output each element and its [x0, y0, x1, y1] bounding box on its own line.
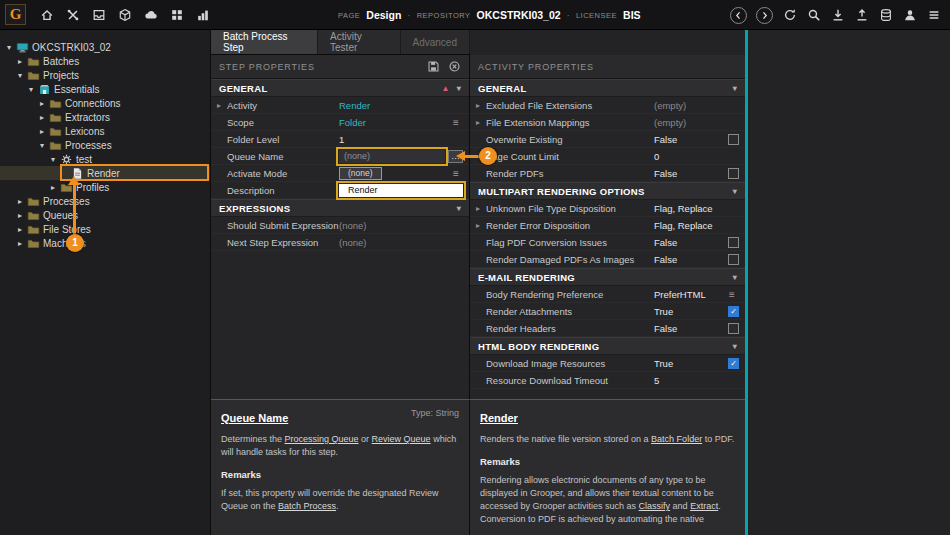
tree-item-profiles[interactable]: ▸Profiles	[0, 180, 210, 194]
tab-activity-tester[interactable]: Activity Tester	[318, 30, 400, 54]
tree-item-connections[interactable]: ▸Connections	[0, 96, 210, 110]
property-row-unknown-file-type-disposition[interactable]: ▸Unknown File Type DispositionFlag, Repl…	[470, 200, 745, 217]
cloud-icon[interactable]	[143, 7, 158, 22]
section-multipart-rendering-options[interactable]: MULTIPART RENDERING OPTIONS▾	[470, 182, 745, 200]
dropdown-menu-icon[interactable]: ≡	[725, 289, 739, 300]
expander-icon[interactable]: ▸	[37, 113, 47, 122]
save-icon[interactable]	[426, 60, 440, 74]
property-row-next-step-expression[interactable]: Next Step Expression(none)	[211, 234, 469, 251]
section-html-body-rendering[interactable]: HTML BODY RENDERING▾	[470, 337, 745, 355]
collapse-chevron-icon[interactable]: ▾	[457, 204, 461, 213]
tree-item-machines[interactable]: ▸Machines	[0, 236, 210, 250]
tab-advanced[interactable]: Advanced	[401, 30, 470, 54]
tree-item-extractors[interactable]: ▸Extractors	[0, 110, 210, 124]
tree-item-projects[interactable]: ▾Projects	[0, 68, 210, 82]
help-link-processing-queue[interactable]: Processing Queue	[285, 434, 359, 444]
user-icon[interactable]	[902, 8, 917, 23]
expander-icon[interactable]: ▾	[37, 141, 47, 150]
batches-icon[interactable]	[91, 7, 106, 22]
checkbox[interactable]	[728, 134, 739, 145]
stack-icon[interactable]	[878, 8, 893, 23]
menu-icon[interactable]	[926, 8, 941, 23]
section-e-mail-rendering[interactable]: E-MAIL RENDERING▾	[470, 268, 745, 286]
activate-mode-dropdown[interactable]: (none)	[339, 167, 382, 180]
tree-item-essentials[interactable]: ▾Essentials	[0, 82, 210, 96]
expander-icon[interactable]: ▸	[15, 211, 25, 220]
help-link-extract[interactable]: Extract	[690, 501, 718, 511]
tools-icon[interactable]	[65, 7, 80, 22]
collapse-chevron-icon[interactable]: ▾	[733, 273, 737, 282]
section-expressions[interactable]: EXPRESSIONS▾	[211, 199, 469, 217]
row-expander-icon[interactable]: ▸	[476, 118, 486, 127]
projects-icon[interactable]	[117, 7, 132, 22]
expander-icon[interactable]: ▸	[37, 127, 47, 136]
dropdown-menu-icon[interactable]: ≡	[449, 168, 463, 179]
collapse-chevron-icon[interactable]: ▾	[733, 342, 737, 351]
tree-item-okcstrki03-02[interactable]: ▾OKCSTRKI03_02	[0, 40, 210, 54]
tree-item-render[interactable]: Render	[0, 166, 210, 180]
help-link-batch-process[interactable]: Batch Process	[278, 501, 336, 511]
search-icon[interactable]	[806, 8, 821, 23]
tree-item-test[interactable]: ▾test	[0, 152, 210, 166]
property-row-scope[interactable]: ScopeFolder≡	[211, 114, 469, 131]
expander-icon[interactable]: ▸	[37, 99, 47, 108]
property-row-render-headers[interactable]: Render HeadersFalse	[470, 320, 745, 337]
row-expander-icon[interactable]: ▸	[217, 101, 227, 110]
property-row-render-pdfs[interactable]: Render PDFsFalse	[470, 165, 745, 182]
expander-icon[interactable]: ▾	[4, 43, 14, 52]
checkbox[interactable]	[728, 323, 739, 334]
property-row-body-rendering-preference[interactable]: Body Rendering PreferencePreferHTML≡	[470, 286, 745, 303]
row-expander-icon[interactable]: ▸	[476, 204, 486, 213]
expander-icon[interactable]: ▸	[15, 225, 25, 234]
tree-item-lexicons[interactable]: ▸Lexicons	[0, 124, 210, 138]
description-input[interactable]: Render	[339, 184, 463, 197]
tree-item-file-stores[interactable]: ▸File Stores	[0, 222, 210, 236]
property-row-flag-pdf-conversion-issues[interactable]: Flag PDF Conversion IssuesFalse	[470, 234, 745, 251]
grooper-logo[interactable]: G	[5, 4, 26, 25]
property-row-activate-mode[interactable]: Activate Mode(none)≡	[211, 165, 469, 182]
property-row-description[interactable]: DescriptionRender	[211, 182, 469, 199]
checkbox[interactable]	[728, 237, 739, 248]
property-row-overwrite-existing[interactable]: Overwrite ExistingFalse	[470, 131, 745, 148]
property-row-excluded-file-extensions[interactable]: ▸Excluded File Extensions(empty)	[470, 97, 745, 114]
checkbox[interactable]	[728, 254, 739, 265]
home-icon[interactable]	[39, 7, 54, 22]
expander-icon[interactable]: ▸	[15, 197, 25, 206]
stats-icon[interactable]	[195, 7, 210, 22]
property-row-activity[interactable]: ▸ActivityRender	[211, 97, 469, 114]
property-row-render-attachments[interactable]: Render AttachmentsTrue✓	[470, 303, 745, 320]
property-row-download-image-resources[interactable]: Download Image ResourcesTrue✓	[470, 355, 745, 372]
help-link-classify[interactable]: Classify	[639, 501, 671, 511]
expander-icon[interactable]: ▸	[15, 57, 25, 66]
property-row-should-submit-expression[interactable]: Should Submit Expression(none)	[211, 217, 469, 234]
checkbox-checked[interactable]: ✓	[728, 306, 739, 317]
help-link-batch-folder[interactable]: Batch Folder	[651, 434, 702, 444]
expander-icon[interactable]: ▸	[15, 239, 25, 248]
property-row-resource-download-timeout[interactable]: Resource Download Timeout5	[470, 372, 745, 389]
upload-icon[interactable]	[854, 8, 869, 23]
section-general[interactable]: GENERAL▾	[470, 79, 745, 97]
expander-icon[interactable]: ▾	[15, 71, 25, 80]
discard-icon[interactable]	[447, 60, 461, 74]
property-row-page-count-limit[interactable]: Page Count Limit0	[470, 148, 745, 165]
apps-icon[interactable]	[169, 7, 184, 22]
property-row-render-error-disposition[interactable]: ▸Render Error DispositionFlag, Replace	[470, 217, 745, 234]
tree-item-queues[interactable]: ▸Queues	[0, 208, 210, 222]
expander-icon[interactable]: ▾	[26, 85, 36, 94]
back-icon[interactable]	[730, 7, 747, 24]
download-icon[interactable]	[830, 8, 845, 23]
property-row-file-extension-mappings[interactable]: ▸File Extension Mappings(empty)	[470, 114, 745, 131]
page-value[interactable]: Design	[366, 9, 401, 21]
property-row-render-damaged-pdfs-as-images[interactable]: Render Damaged PDFs As ImagesFalse	[470, 251, 745, 268]
repository-value[interactable]: OKCSTRKI03_02	[477, 9, 561, 21]
property-row-folder-level[interactable]: Folder Level1	[211, 131, 469, 148]
help-link-review-queue[interactable]: Review Queue	[372, 434, 431, 444]
refresh-icon[interactable]	[782, 8, 797, 23]
checkbox[interactable]	[728, 168, 739, 179]
dropdown-menu-icon[interactable]: ≡	[449, 117, 463, 128]
section-general[interactable]: GENERAL▲▾	[211, 79, 469, 97]
collapse-chevron-icon[interactable]: ▾	[457, 84, 461, 93]
checkbox-checked[interactable]: ✓	[728, 358, 739, 369]
tree-item-batches[interactable]: ▸Batches	[0, 54, 210, 68]
tree-item-processes[interactable]: ▸Processes	[0, 194, 210, 208]
